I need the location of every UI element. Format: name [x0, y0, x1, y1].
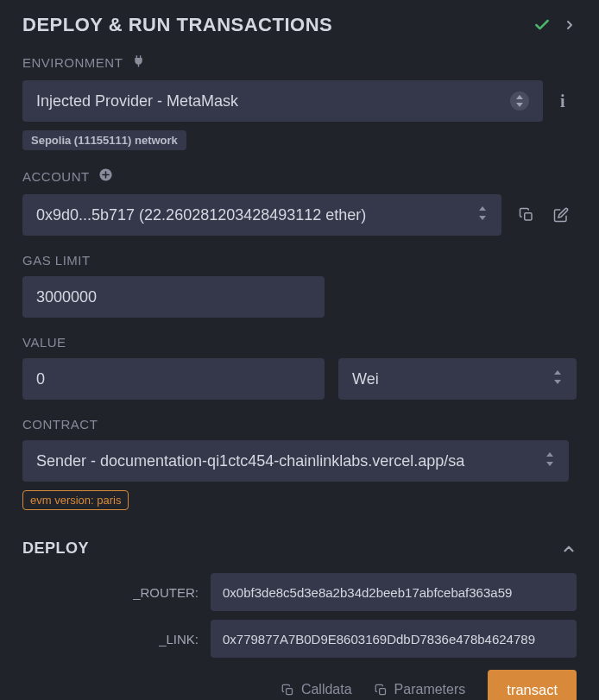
value-label: VALUE	[22, 335, 66, 350]
panel-title: DEPLOY & RUN TRANSACTIONS	[22, 14, 332, 36]
updown-icon	[545, 452, 555, 470]
param-row-router: _ROUTER:	[22, 573, 577, 611]
chevron-up-icon[interactable]	[561, 541, 577, 557]
copy-icon[interactable]	[519, 207, 534, 223]
value-unit-select[interactable]: Wei	[338, 358, 577, 400]
deploy-title: DEPLOY	[22, 539, 89, 558]
svg-rect-2	[287, 688, 293, 694]
panel-header: DEPLOY & RUN TRANSACTIONS	[22, 14, 577, 36]
transact-button[interactable]: transact	[488, 670, 577, 700]
environment-label: ENVIRONMENT	[22, 55, 123, 70]
plus-circle-icon[interactable]	[98, 167, 113, 186]
value-label-row: VALUE	[22, 335, 577, 350]
contract-select[interactable]: Sender - documentation-qi1ctc454-chainli…	[22, 440, 569, 482]
account-label-row: ACCOUNT	[22, 167, 577, 186]
contract-label: CONTRACT	[22, 417, 98, 432]
param-input-router[interactable]	[211, 573, 577, 611]
updown-icon	[510, 91, 529, 110]
updown-icon	[552, 370, 563, 388]
value-input[interactable]	[22, 358, 325, 400]
param-label-link: _LINK:	[29, 632, 211, 646]
calldata-button[interactable]: Calldata	[281, 682, 352, 697]
parameters-label: Parameters	[394, 682, 466, 697]
value-unit-selected: Wei	[352, 370, 552, 388]
environment-select[interactable]: Injected Provider - MetaMask	[22, 80, 543, 122]
param-row-link: _LINK:	[22, 620, 577, 658]
chevron-right-icon[interactable]	[563, 18, 577, 32]
gas-limit-input[interactable]	[22, 276, 325, 318]
gas-limit-label-row: GAS LIMIT	[22, 253, 577, 268]
calldata-label: Calldata	[301, 682, 352, 697]
account-label: ACCOUNT	[22, 169, 90, 184]
contract-label-row: CONTRACT	[22, 417, 577, 432]
network-badge: Sepolia (11155111) network	[22, 130, 186, 150]
param-label-router: _ROUTER:	[29, 585, 211, 600]
svg-rect-3	[379, 688, 385, 694]
account-select[interactable]: 0x9d0...5b717 (22.260281203428493112 eth…	[22, 194, 501, 236]
gas-limit-label: GAS LIMIT	[22, 253, 91, 268]
environment-label-row: ENVIRONMENT	[22, 54, 577, 72]
updown-icon	[477, 206, 488, 224]
contract-selected: Sender - documentation-qi1ctc454-chainli…	[36, 452, 545, 470]
edit-icon[interactable]	[553, 207, 569, 223]
plug-icon	[131, 54, 146, 72]
environment-selected: Injected Provider - MetaMask	[36, 92, 510, 110]
info-icon[interactable]: i	[560, 91, 565, 111]
param-input-link[interactable]	[211, 620, 577, 658]
account-selected: 0x9d0...5b717 (22.260281203428493112 eth…	[36, 206, 477, 224]
parameters-button[interactable]: Parameters	[375, 682, 466, 697]
evm-version-badge: evm version: paris	[22, 490, 129, 510]
svg-rect-1	[525, 213, 532, 220]
checkmark-icon[interactable]	[533, 16, 551, 34]
